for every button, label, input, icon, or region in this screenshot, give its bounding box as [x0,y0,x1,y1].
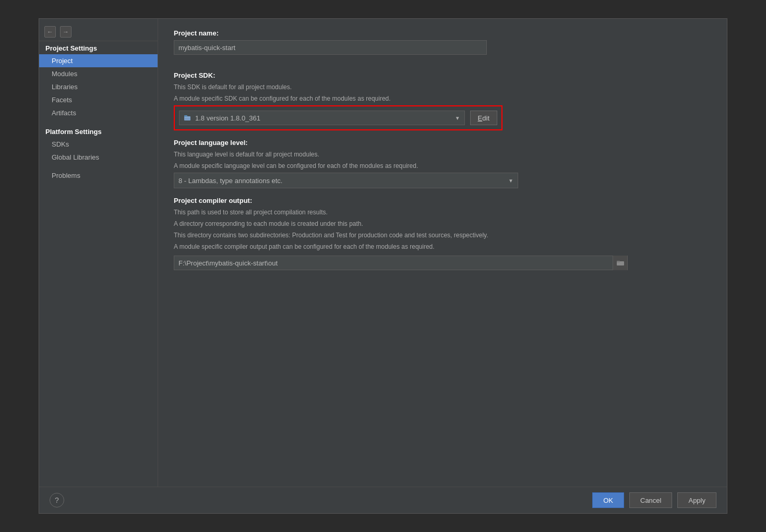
sidebar-item-modules[interactable]: Modules [39,67,158,80]
platform-settings-header: Platform Settings [39,125,158,138]
sidebar-item-libraries[interactable]: Libraries [39,80,158,93]
edit-sdk-label: Edit [478,114,489,122]
project-language-level-section: Project language level: This language le… [174,139,711,188]
sidebar-item-global-libraries[interactable]: Global Libraries [39,151,158,164]
svg-rect-2 [185,117,190,117]
sidebar-item-sdks[interactable]: SDKs [39,138,158,151]
svg-rect-4 [617,261,620,262]
back-button[interactable]: ← [44,26,56,38]
language-level-dropdown[interactable]: 8 - Lambdas, type annotations etc. ▼ [174,173,518,188]
project-sdk-section: Project SDK: This SDK is default for all… [174,71,711,130]
sdk-dropdown[interactable]: 1.8 version 1.8.0_361 ▼ [179,111,465,125]
sidebar: ← → Project Settings Project Modules Lib… [39,19,158,487]
project-language-level-desc1: This language level is default for all p… [174,150,711,159]
compiler-output-folder-button[interactable] [613,256,627,270]
project-language-level-label: Project language level: [174,139,711,147]
project-sdk-label: Project SDK: [174,71,711,79]
edit-sdk-button[interactable]: Edit [470,111,497,125]
dialog-footer: ? OK Cancel Apply [39,487,727,513]
project-name-label: Project name: [174,29,711,37]
main-content: Project name: Project SDK: This SDK is d… [158,19,727,487]
sdk-dropdown-arrow: ▼ [455,115,460,121]
sidebar-item-project[interactable]: Project [39,54,158,67]
compiler-output-row [174,256,628,270]
ok-button[interactable]: OK [592,492,624,508]
project-compiler-output-section: Project compiler output: This path is us… [174,197,711,270]
svg-rect-1 [184,115,187,117]
project-settings-header: Project Settings [39,41,158,54]
project-structure-dialog: ← → Project Settings Project Modules Lib… [39,18,727,514]
help-button[interactable]: ? [50,493,64,507]
language-level-dropdown-arrow: ▼ [508,178,513,184]
project-sdk-desc2: A module specific SDK can be configured … [174,94,711,103]
compiler-output-desc1: This path is used to store all project c… [174,208,711,217]
top-nav: ← → [39,23,158,41]
compiler-output-desc4: A module specific compiler output path c… [174,242,711,251]
compiler-output-desc2: A directory corresponding to each module… [174,219,711,228]
project-compiler-output-label: Project compiler output: [174,197,711,204]
project-sdk-desc1: This SDK is default for all project modu… [174,82,711,92]
sdk-selection-row: 1.8 version 1.8.0_361 ▼ Edit [174,105,502,130]
sidebar-item-artifacts[interactable]: Artifacts [39,106,158,119]
sidebar-item-problems[interactable]: Problems [39,169,158,182]
compiler-output-input[interactable] [174,257,613,269]
sdk-selected-value: 1.8 version 1.8.0_361 [195,114,260,122]
project-name-input[interactable] [174,40,487,55]
compiler-output-desc3: This directory contains two subdirectori… [174,231,711,240]
language-level-selected: 8 - Lambdas, type annotations etc. [178,177,282,185]
project-language-level-desc2: A module specific language level can be … [174,161,711,171]
apply-button[interactable]: Apply [677,492,716,508]
cancel-button[interactable]: Cancel [629,492,672,508]
project-name-section: Project name: [174,29,711,63]
sdk-dropdown-inner: 1.8 version 1.8.0_361 [184,114,260,122]
dialog-body: ← → Project Settings Project Modules Lib… [39,19,727,487]
forward-button[interactable]: → [60,26,71,38]
sdk-icon [184,114,192,122]
sidebar-item-facets[interactable]: Facets [39,93,158,106]
